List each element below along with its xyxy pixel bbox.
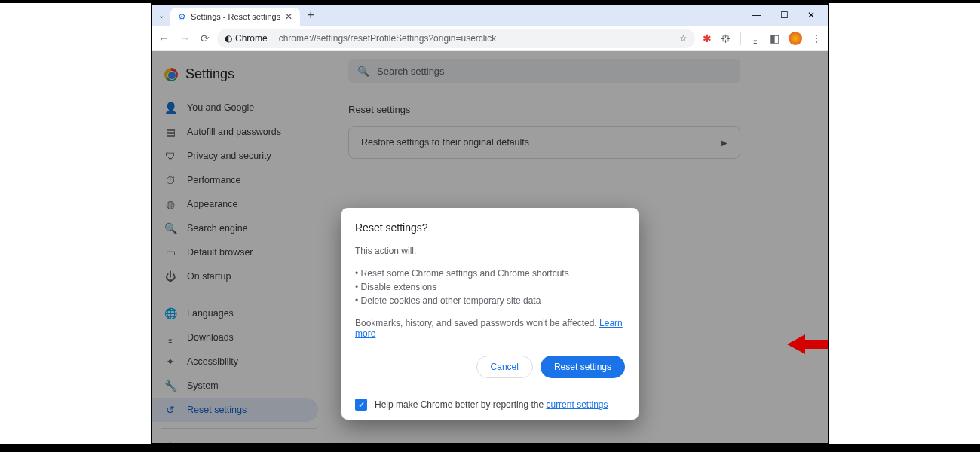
browser-tab[interactable]: ⚙ Settings - Reset settings ✕ bbox=[170, 8, 300, 26]
bookmark-star-icon[interactable]: ☆ bbox=[679, 33, 688, 44]
shield-icon: 🛡 bbox=[164, 150, 176, 162]
toolbar-divider bbox=[740, 32, 741, 45]
omnibox[interactable]: ◐ Chrome chrome://settings/resetProfileS… bbox=[217, 29, 695, 48]
accessibility-icon: ✦ bbox=[164, 356, 176, 368]
close-tab-icon[interactable]: ✕ bbox=[285, 11, 292, 22]
chevron-right-icon: ▶ bbox=[721, 139, 727, 147]
tab-search-icon[interactable]: ⌄ bbox=[155, 11, 167, 20]
sidebar-divider bbox=[161, 295, 317, 295]
maximize-button[interactable]: ☐ bbox=[770, 5, 798, 26]
reset-settings-dialog: Reset settings? This action will: Reset … bbox=[341, 208, 639, 420]
dialog-bullet: Delete cookies and other temporary site … bbox=[355, 294, 625, 307]
browser-window: ⌄ ⚙ Settings - Reset settings ✕ + — ☐ ✕ … bbox=[151, 3, 829, 444]
sidebar-item-label: You and Google bbox=[187, 102, 254, 113]
person-icon: 👤 bbox=[164, 102, 176, 114]
tab-strip: ⌄ ⚙ Settings - Reset settings ✕ + — ☐ ✕ bbox=[152, 5, 828, 26]
sidebar-item-label: Search engine bbox=[187, 223, 248, 234]
search-placeholder: Search settings bbox=[377, 66, 445, 77]
paint-icon: ◍ bbox=[164, 198, 176, 210]
omnibox-chip-label: Chrome bbox=[235, 33, 268, 44]
restore-defaults-row[interactable]: Restore settings to their original defau… bbox=[348, 126, 740, 159]
search-icon: 🔍 bbox=[357, 66, 369, 77]
sidebar-item-label: Performance bbox=[187, 175, 241, 185]
side-panel-icon[interactable]: ◧ bbox=[770, 32, 779, 44]
minimize-button[interactable]: — bbox=[743, 5, 770, 26]
sidebar-item-accessibility[interactable]: ✦Accessibility bbox=[152, 350, 318, 374]
sidebar-item-languages[interactable]: 🌐Languages bbox=[152, 301, 318, 325]
window-controls: — ☐ ✕ bbox=[743, 5, 825, 26]
sidebar-divider bbox=[161, 428, 317, 429]
settings-sidebar: Settings 👤You and Google ▤Autofill and p… bbox=[152, 51, 326, 443]
sidebar-item-reset-settings[interactable]: ↺Reset settings bbox=[152, 398, 318, 422]
sidebar-item-label: Autofill and passwords bbox=[187, 127, 281, 137]
back-button[interactable]: ← bbox=[158, 32, 169, 44]
dialog-bullet: Reset some Chrome settings and Chrome sh… bbox=[355, 267, 625, 280]
sidebar-item-autofill[interactable]: ▤Autofill and passwords bbox=[152, 120, 318, 144]
sidebar-item-default-browser[interactable]: ▭Default browser bbox=[152, 240, 318, 264]
sidebar-item-appearance[interactable]: ◍Appearance bbox=[152, 192, 318, 216]
globe-icon: 🌐 bbox=[164, 307, 176, 319]
dialog-actions: Cancel Reset settings bbox=[355, 356, 625, 378]
sidebar-item-on-startup[interactable]: ⏻On startup bbox=[152, 264, 318, 289]
sidebar-item-system[interactable]: 🔧System bbox=[152, 374, 318, 398]
cancel-button[interactable]: Cancel bbox=[476, 356, 533, 378]
sidebar-item-you-and-google[interactable]: 👤You and Google bbox=[152, 96, 318, 120]
sidebar-item-label: Privacy and security bbox=[187, 151, 271, 161]
report-label: Help make Chrome better by reporting the… bbox=[375, 399, 608, 410]
sidebar-item-label: Appearance bbox=[187, 199, 237, 209]
dialog-title: Reset settings? bbox=[355, 221, 625, 234]
report-checkbox[interactable]: ✓ bbox=[355, 399, 367, 411]
wrench-icon: 🔧 bbox=[164, 380, 176, 392]
reset-icon: ↺ bbox=[164, 404, 176, 416]
sidebar-item-extensions[interactable]: ✚Extensions↗ bbox=[152, 435, 318, 444]
sidebar-item-label: Extensions bbox=[187, 441, 233, 444]
sidebar-item-label: Default browser bbox=[187, 247, 253, 258]
dialog-intro: This action will: bbox=[355, 246, 625, 256]
search-icon: 🔍 bbox=[164, 222, 176, 234]
sidebar-item-label: Languages bbox=[187, 308, 234, 319]
puzzle-icon: ✚ bbox=[164, 441, 176, 444]
reset-settings-button[interactable]: Reset settings bbox=[541, 356, 625, 378]
chrome-logo-icon bbox=[164, 68, 178, 81]
sidebar-item-label: Reset settings bbox=[187, 405, 247, 415]
sidebar-item-privacy[interactable]: 🛡Privacy and security bbox=[152, 144, 318, 168]
sidebar-item-label: Accessibility bbox=[187, 356, 238, 367]
dialog-bullet-list: Reset some Chrome settings and Chrome sh… bbox=[355, 267, 625, 307]
sidebar-item-performance[interactable]: ⏱Performance bbox=[152, 168, 318, 192]
section-heading: Reset settings bbox=[348, 104, 805, 115]
nav-buttons: ← → ⟳ bbox=[158, 32, 210, 44]
annotation-arrow bbox=[787, 334, 829, 354]
tab-title: Settings - Reset settings bbox=[191, 12, 280, 21]
current-settings-link[interactable]: current settings bbox=[546, 399, 608, 410]
settings-title: Settings bbox=[185, 66, 234, 82]
forward-button[interactable]: → bbox=[179, 32, 190, 44]
autofill-icon: ▤ bbox=[164, 126, 176, 138]
sidebar-item-search-engine[interactable]: 🔍Search engine bbox=[152, 216, 318, 240]
dialog-preserve-note: Bookmarks, history, and saved passwords … bbox=[355, 318, 625, 339]
new-tab-button[interactable]: + bbox=[303, 8, 318, 22]
extensions-puzzle-icon[interactable]: ⯐ bbox=[721, 32, 731, 44]
dialog-footer: ✓ Help make Chrome better by reporting t… bbox=[341, 389, 639, 420]
sidebar-item-downloads[interactable]: ⭳Downloads bbox=[152, 325, 318, 350]
downloads-icon[interactable]: ⭳ bbox=[750, 32, 761, 44]
gear-icon: ⚙ bbox=[178, 11, 186, 22]
kebab-menu-icon[interactable]: ⋮ bbox=[811, 32, 822, 44]
sidebar-item-label: On startup bbox=[187, 271, 231, 282]
profile-avatar[interactable] bbox=[789, 32, 802, 45]
omnibox-chip: ◐ Chrome bbox=[225, 33, 274, 44]
browser-icon: ▭ bbox=[164, 246, 176, 258]
report-prefix: Help make Chrome better by reporting the bbox=[375, 399, 546, 410]
url-text: chrome://settings/resetProfileSettings?o… bbox=[279, 33, 496, 44]
reload-button[interactable]: ⟳ bbox=[201, 32, 210, 44]
extension-colorful-icon[interactable]: ✱ bbox=[703, 32, 712, 44]
letterbox-bottom bbox=[0, 444, 980, 452]
search-settings-input[interactable]: 🔍 Search settings bbox=[348, 59, 740, 83]
sidebar-item-label: Downloads bbox=[187, 332, 234, 343]
power-icon: ⏻ bbox=[164, 270, 176, 282]
external-link-icon: ↗ bbox=[299, 441, 306, 444]
toolbar-right: ✱ ⯐ ⭳ ◧ ⋮ bbox=[703, 32, 822, 45]
download-icon: ⭳ bbox=[164, 331, 176, 344]
sidebar-header: Settings bbox=[152, 59, 326, 96]
speed-icon: ⏱ bbox=[164, 174, 176, 186]
close-window-button[interactable]: ✕ bbox=[798, 5, 825, 26]
